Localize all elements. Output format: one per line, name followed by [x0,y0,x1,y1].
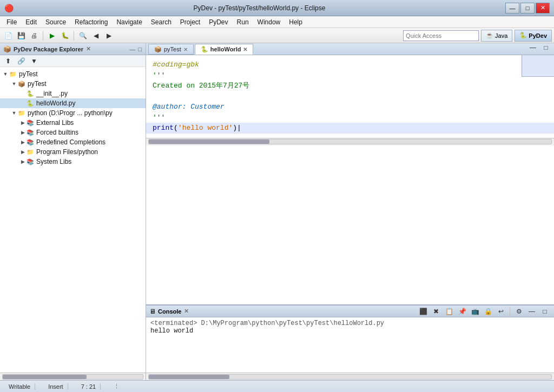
terminate-button[interactable]: ⬛ [417,305,429,317]
maximize-console-button[interactable]: □ [539,305,551,317]
pydev-perspective-button[interactable]: 🐍 PyDev [515,30,552,42]
maximize-panel-icon[interactable]: □ [137,45,142,53]
tree-expand-arrow-icon[interactable]: ▼ [2,71,9,77]
tree-item[interactable]: 🐍__init__.py [0,89,146,98]
maximize-button[interactable]: □ [520,3,535,14]
tree-item[interactable]: 🐍helloWorld.py [0,98,146,108]
word-wrap-button[interactable]: ↩ [495,305,507,317]
menu-item-search[interactable]: Search [147,17,176,27]
close-button[interactable]: ✕ [536,3,550,14]
forward-button[interactable]: ▶ [103,30,115,42]
tree-expand-arrow-icon[interactable]: ▶ [19,130,26,135]
tree-node-icon: 📁 [26,148,35,156]
status-insert: Insert [44,383,68,390]
debug-button[interactable]: 🐛 [59,30,71,42]
toolbar-sep-2 [74,31,74,41]
java-perspective-button[interactable]: ☕ Java [481,30,512,42]
tree-item[interactable]: ▼📁pyTest [0,69,146,79]
tree-node-label: Forced builtins [36,129,78,136]
package-explorer-header: 📦 PyDev Package Explorer ✕ — □ [0,43,146,55]
code-content[interactable]: #coding=gbk ''' Created on 2015年7月27号 @a… [146,55,554,138]
console-close-icon[interactable]: ✕ [183,307,189,315]
console-settings-button[interactable]: ⚙ [513,305,525,317]
menu-item-pydev[interactable]: PyDev [205,17,232,27]
toolbar-sep-1 [43,31,43,41]
menu-item-refactoring[interactable]: Refactoring [70,17,112,27]
tree-expand-arrow-icon[interactable]: ▼ [11,110,17,116]
save-button[interactable]: 💾 [15,30,27,42]
console-hscrollbar[interactable] [146,373,554,380]
tree-item[interactable]: ▶📚System Libs [0,157,146,167]
menu-item-run[interactable]: Run [233,17,253,27]
code-function: print [153,124,174,132]
tree-expand-arrow-icon[interactable]: ▼ [11,81,17,87]
menu-item-file[interactable]: File [2,17,21,27]
tree-expand-arrow-icon[interactable]: ▶ [19,120,26,125]
tree-node-label: External Libs [36,119,74,127]
run-button[interactable]: ▶ [46,30,58,42]
app-icon: 🔴 [4,4,14,12]
menu-item-navigate[interactable]: Navigate [112,17,146,27]
editor-hscrollbar[interactable] [146,138,554,145]
tree-node-icon: 📚 [26,138,35,147]
back-button[interactable]: ◀ [90,30,102,42]
minimize-button[interactable]: — [505,3,519,14]
minimize-panel-icon[interactable]: — [129,45,136,53]
menu-item-help[interactable]: Help [285,17,307,27]
tree-expand-arrow-icon[interactable]: ▶ [19,149,26,155]
package-explorer-icon: 📦 [3,45,11,53]
menu-item-window[interactable]: Window [253,17,285,27]
tree-node-icon: 🐍 [26,99,35,108]
quick-access-input[interactable] [403,30,479,41]
clear-console-button[interactable]: ✖ [430,305,442,317]
view-menu-button[interactable]: ▼ [28,55,40,67]
pin-console-button[interactable]: 📌 [456,305,468,317]
search-button[interactable]: 🔍 [77,30,89,42]
tree-expand-arrow-icon[interactable]: ▶ [19,139,26,145]
minimize-console-button[interactable]: — [526,305,538,317]
package-explorer-close-icon[interactable]: ✕ [85,45,91,53]
status-bar: Writable Insert 7 : 21 ⋮ [0,380,554,392]
package-explorer-hscrollbar[interactable] [0,373,146,380]
console-menu-button[interactable]: 📺 [469,305,481,317]
tab-label: helloWorld [210,46,241,52]
main-area: 📦 PyDev Package Explorer ✕ — □ ⬆ 🔗 ▼ ▼📁p… [0,43,554,380]
tree-item[interactable]: ▶📚External Libs [0,118,146,128]
maximize-editor-button[interactable]: □ [540,43,552,54]
code-string: ''' [153,114,165,122]
tree-item[interactable]: ▼📦pyTest [0,79,146,89]
editor-tab-pytest[interactable]: 📦pyTest✕ [148,44,194,55]
package-explorer-title: PyDev Package Explorer [14,46,83,52]
menu-item-project[interactable]: Project [176,17,205,27]
tab-close-icon[interactable]: ✕ [183,46,188,52]
print-button[interactable]: 🖨 [28,30,40,42]
tree-item[interactable]: ▼📁python (D:\Progr ... python\py [0,108,146,118]
tree-expand-arrow-icon[interactable]: ▶ [19,159,26,164]
code-editor[interactable]: #coding=gbk ''' Created on 2015年7月27号 @a… [146,55,554,304]
menu-item-edit[interactable]: Edit [21,17,41,27]
copy-stacks-button[interactable]: 📋 [443,305,455,317]
tree-node-icon: 📁 [17,109,26,117]
tree-item[interactable]: ▶📁Program Files/python [0,147,146,157]
code-line: print('hello world')| [146,123,554,134]
collapse-all-button[interactable]: ⬆ [2,55,14,67]
menu-item-source[interactable]: Source [41,17,70,27]
console-icon: 🖥 [149,308,156,315]
minimize-editor-button[interactable]: — [527,43,539,54]
link-with-editor-button[interactable]: 🔗 [15,55,27,67]
scroll-lock-button[interactable]: 🔒 [482,305,494,317]
console-terminated-text: <terminated> D:\MyProgram\python\pyTest\… [150,320,550,327]
console-header-left: 🖥 Console ✕ [149,307,189,315]
tab-label: pyTest [164,46,181,52]
editor-tab-helloworld[interactable]: 🐍helloWorld✕ [195,44,254,55]
status-writable: Writable [4,383,35,390]
tree-node-icon: 🐍 [26,89,35,98]
editor-area: 📦pyTest✕🐍helloWorld✕ — □ #coding=gbk '''… [146,43,554,380]
toolbar: 📄 💾 🖨 ▶ 🐛 🔍 ◀ ▶ ☕ Java 🐍 PyDev [0,28,554,43]
package-explorer-header-controls: — □ [129,45,142,53]
package-explorer-header-left: 📦 PyDev Package Explorer ✕ [3,45,91,53]
tab-close-icon[interactable]: ✕ [243,46,247,52]
tree-item[interactable]: ▶📚Forced builtins [0,128,146,137]
tree-item[interactable]: ▶📚Predefined Completions [0,137,146,147]
new-button[interactable]: 📄 [2,30,14,42]
